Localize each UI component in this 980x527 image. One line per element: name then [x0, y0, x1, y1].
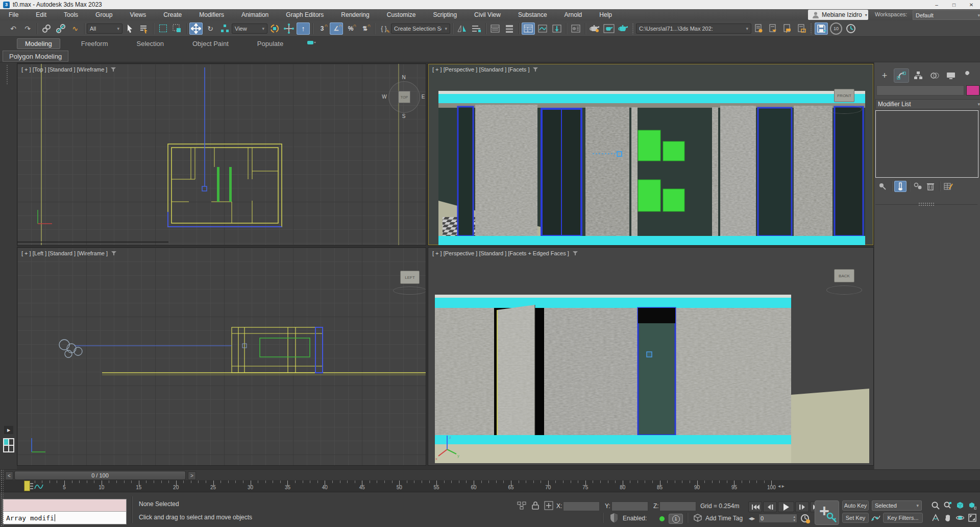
- menu-views[interactable]: Views: [121, 11, 155, 18]
- bind-to-space-warp-icon[interactable]: ∿: [68, 22, 82, 35]
- close-button[interactable]: ✕: [963, 0, 980, 9]
- menu-graph-editors[interactable]: Graph Editors: [277, 11, 332, 18]
- modifier-stack[interactable]: [875, 110, 978, 178]
- play-animation-icon[interactable]: [778, 501, 794, 512]
- select-object-icon[interactable]: [123, 22, 136, 35]
- previous-frame-button[interactable]: <: [5, 471, 13, 480]
- polygon-modeling-panel-tab[interactable]: Polygon Modeling: [3, 51, 68, 62]
- z-coordinate-field[interactable]: [659, 501, 696, 511]
- zoom-icon[interactable]: [930, 500, 941, 510]
- time-tag-cube-icon[interactable]: [693, 514, 702, 524]
- utilities-tab-icon[interactable]: [960, 69, 974, 82]
- key-mode-dropdown[interactable]: Selected ▾: [872, 500, 922, 511]
- viewport-left-label[interactable]: [ + ] [Left ] [Standard ] [Wireframe ]: [21, 250, 117, 256]
- ribbon-minimize-dropdown-icon[interactable]: [305, 39, 318, 48]
- menu-file[interactable]: File: [0, 11, 27, 18]
- percent-snap-icon[interactable]: %∩: [344, 22, 357, 35]
- angle-snap-icon[interactable]: ∠∩: [330, 22, 343, 35]
- current-frame-marker[interactable]: [24, 481, 30, 491]
- mirror-icon[interactable]: [455, 22, 469, 35]
- schematic-view-icon[interactable]: [550, 22, 564, 35]
- menu-customize[interactable]: Customize: [378, 11, 425, 18]
- menu-rendering[interactable]: Rendering: [332, 11, 378, 18]
- keyboard-shortcut-override-icon[interactable]: ↑: [297, 22, 310, 35]
- document-note-icon[interactable]: [795, 22, 808, 35]
- selection-lock-icon[interactable]: [531, 501, 540, 512]
- menu-create[interactable]: Create: [155, 11, 190, 18]
- select-and-move-icon[interactable]: [189, 22, 203, 35]
- viewport-perspective-facets-label[interactable]: [ + ] [Perspective ] [Standard ] [Facets…: [432, 66, 538, 73]
- select-and-scale-icon[interactable]: [218, 22, 231, 35]
- menu-animation[interactable]: Animation: [233, 11, 277, 18]
- compass-e[interactable]: E: [422, 94, 425, 100]
- menu-help[interactable]: Help: [591, 11, 621, 18]
- maxscript-mini-listener[interactable]: Array modifi: [3, 499, 127, 524]
- current-frame-field[interactable]: 0 ▴▾: [758, 514, 797, 523]
- configure-modifier-sets-icon[interactable]: [942, 181, 954, 192]
- menu-arnold[interactable]: Arnold: [556, 11, 591, 18]
- viewport-layout-tab-icon[interactable]: [3, 438, 14, 452]
- workspace-dropdown[interactable]: Default ▾: [913, 10, 980, 20]
- set-key-button[interactable]: Set Key: [842, 513, 869, 523]
- redo-icon[interactable]: ↷: [21, 22, 34, 35]
- viewport-perspective-edged-label[interactable]: [ + ] [Perspective ] [Standard ] [Facets…: [432, 250, 578, 256]
- selection-region-mode-icon[interactable]: [517, 501, 527, 512]
- menu-tools[interactable]: Tools: [55, 11, 87, 18]
- spinner-snap-icon[interactable]: ⇅∩: [358, 22, 372, 35]
- named-selection-sets-dropdown[interactable]: Create Selection Se▾: [391, 23, 450, 34]
- motion-tab-icon[interactable]: [927, 69, 942, 82]
- go-to-start-icon[interactable]: [748, 501, 762, 512]
- selection-filter-dropdown[interactable]: All▾: [87, 23, 122, 34]
- menu-civil-view[interactable]: Civil View: [465, 11, 509, 18]
- viewport-top-label[interactable]: [ + ] [Top ] [Standard ] [Wireframe ]: [21, 66, 116, 73]
- ribbon-tab-object-paint[interactable]: Object Paint: [185, 39, 236, 49]
- listener-macro-line[interactable]: [3, 499, 126, 512]
- isolate-selection-badge[interactable]: 1: [669, 514, 683, 524]
- document-gear-icon[interactable]: [752, 22, 765, 35]
- maximize-viewport-toggle-icon[interactable]: [967, 513, 978, 522]
- toggle-layer-explorer-icon[interactable]: [503, 22, 516, 35]
- compass-w[interactable]: W: [382, 94, 386, 100]
- document-arrow-icon[interactable]: [766, 22, 779, 35]
- toolbar-drag-handle[interactable]: [6, 64, 9, 85]
- render-setup-icon[interactable]: [569, 22, 582, 35]
- zoom-extents-icon[interactable]: [954, 500, 966, 510]
- pin-stack-icon[interactable]: [876, 181, 889, 192]
- remove-modifier-icon[interactable]: [924, 181, 937, 192]
- save-file-icon[interactable]: [815, 22, 828, 35]
- ribbon-tab-freeform[interactable]: Freeform: [74, 39, 116, 49]
- key-mode-toggle-icon[interactable]: ◀▶: [747, 514, 756, 523]
- status-bar-drag-handle[interactable]: [1, 469, 4, 526]
- ribbon-tab-populate[interactable]: Populate: [250, 39, 291, 49]
- snaps-toggle-icon[interactable]: 3∩: [315, 22, 329, 35]
- x-coordinate-field[interactable]: [563, 501, 600, 511]
- zoom-all-icon[interactable]: [942, 500, 953, 510]
- select-by-name-icon[interactable]: [137, 22, 151, 35]
- project-folder-path-dropdown[interactable]: C:\Users\al71...\3ds Max 202:▾: [636, 23, 751, 34]
- time-configuration-icon[interactable]: [800, 514, 811, 526]
- modifier-list-dropdown[interactable]: Modifier List ▾: [875, 99, 980, 109]
- panel-divider-grip[interactable]: [918, 202, 935, 206]
- compass-s[interactable]: S: [402, 113, 406, 119]
- menu-edit[interactable]: Edit: [27, 11, 55, 18]
- absolute-offset-mode-icon[interactable]: [544, 501, 553, 512]
- select-and-manipulate-icon[interactable]: [282, 22, 296, 35]
- field-of-view-icon[interactable]: [930, 513, 941, 522]
- menu-group[interactable]: Group: [87, 11, 121, 18]
- modify-tab-icon[interactable]: [894, 68, 909, 83]
- make-unique-icon[interactable]: [912, 181, 924, 192]
- menu-scripting[interactable]: Scripting: [424, 11, 465, 18]
- maximize-button[interactable]: □: [945, 0, 963, 9]
- set-key-filters-curve-icon[interactable]: [871, 514, 881, 525]
- viewport-layout-expand-icon[interactable]: ▶: [4, 426, 13, 434]
- render-production-icon[interactable]: [617, 22, 630, 35]
- curve-editor-icon[interactable]: [536, 22, 549, 35]
- previous-key-icon[interactable]: [763, 501, 777, 512]
- adaptive-degradation-shield-icon[interactable]: [609, 513, 619, 525]
- zoom-extents-all-icon[interactable]: [967, 500, 978, 510]
- window-crossing-icon[interactable]: [170, 22, 184, 35]
- next-key-icon[interactable]: [795, 501, 809, 512]
- undo-icon[interactable]: ↶: [7, 22, 20, 35]
- viewcube-front-face[interactable]: FRONT: [834, 89, 854, 102]
- rendered-frame-window-icon[interactable]: [602, 22, 616, 35]
